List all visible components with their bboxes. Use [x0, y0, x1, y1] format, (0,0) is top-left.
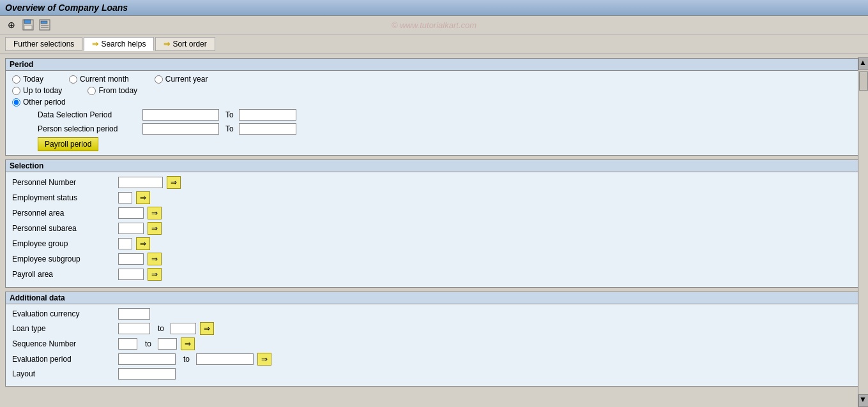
save-icon[interactable] — [22, 18, 34, 31]
radio-current-year[interactable]: Current year — [155, 75, 208, 84]
evaluation-period-label: Evaluation period — [12, 355, 114, 364]
data-selection-period-row: Data Selection Period To — [12, 109, 856, 121]
tab-search-helps-label: Search helps — [101, 40, 146, 48]
sequence-number-to-label: to — [145, 339, 151, 348]
evaluation-period-to-label: to — [183, 355, 190, 364]
employee-subgroup-input[interactable] — [118, 253, 144, 265]
employee-subgroup-arrow-btn[interactable]: ⇒ — [148, 253, 162, 265]
radio-from-today[interactable]: From today — [88, 86, 137, 95]
main-content: Period Today Current month Current year — [0, 54, 868, 404]
period-section: Period Today Current month Current year — [5, 58, 863, 156]
payroll-area-input[interactable] — [118, 269, 144, 280]
employment-status-label: Employment status — [12, 193, 114, 202]
back-icon[interactable]: ⊕ — [5, 18, 18, 31]
employee-subgroup-label: Employee subgroup — [12, 255, 114, 263]
personnel-area-input[interactable] — [118, 207, 144, 219]
radio-up-to-today-input[interactable] — [12, 87, 20, 95]
evaluation-currency-row: Evaluation currency — [12, 308, 856, 320]
evaluation-period-arrow-btn[interactable]: ⇒ — [257, 353, 271, 366]
period-radio-row3: Other period — [12, 98, 856, 107]
payroll-area-arrow-btn[interactable]: ⇒ — [148, 268, 162, 281]
sequence-number-arrow-btn[interactable]: ⇒ — [181, 337, 195, 350]
personnel-subarea-input[interactable] — [118, 223, 144, 234]
personnel-subarea-label: Personnel subarea — [12, 224, 114, 233]
personnel-number-label: Personnel Number — [12, 178, 114, 187]
loan-type-arrow-btn[interactable]: ⇒ — [200, 322, 214, 335]
evaluation-currency-label: Evaluation currency — [12, 309, 114, 318]
layout-input[interactable] — [118, 368, 176, 380]
tab-further-selections[interactable]: Further selections — [5, 37, 82, 51]
additional-data-content: Evaluation currency Loan type to ⇒ Seque… — [6, 304, 862, 386]
person-selection-period-row: Person selection period To — [12, 123, 856, 135]
person-selection-from-input[interactable] — [142, 123, 219, 135]
layout-row: Layout — [12, 368, 856, 380]
employment-status-row: Employment status ⇒ — [12, 191, 856, 204]
personnel-area-label: Personnel area — [12, 209, 114, 218]
person-selection-to-label: To — [225, 124, 234, 133]
svg-rect-4 — [41, 21, 47, 24]
data-selection-label: Data Selection Period — [38, 110, 140, 119]
employment-status-input[interactable] — [118, 192, 132, 204]
tab-sort-order-label: Sort order — [172, 40, 206, 48]
personnel-subarea-row: Personnel subarea ⇒ — [12, 222, 856, 235]
radio-from-today-label: From today — [98, 86, 137, 95]
employee-subgroup-row: Employee subgroup ⇒ — [12, 253, 856, 265]
additional-data-section: Additional data Evaluation currency Loan… — [5, 292, 863, 387]
tab-sort-order[interactable]: ⇒ Sort order — [155, 37, 215, 51]
loan-type-from-input[interactable] — [118, 323, 150, 334]
personnel-number-row: Personnel Number ⇒ — [12, 176, 856, 189]
selection-section-title: Selection — [6, 160, 862, 172]
radio-other-period-label: Other period — [23, 98, 66, 107]
radio-other-period-input[interactable] — [12, 98, 20, 107]
payroll-area-label: Payroll area — [12, 270, 114, 279]
scrollbar[interactable]: ▲ ▼ — [858, 57, 868, 404]
period-section-content: Today Current month Current year Up to t… — [6, 71, 862, 155]
person-selection-to-input[interactable] — [239, 123, 296, 135]
sequence-number-to-input[interactable] — [158, 338, 177, 350]
local-icon[interactable] — [38, 18, 51, 31]
employee-group-label: Employee group — [12, 239, 114, 248]
personnel-area-arrow-btn[interactable]: ⇒ — [148, 207, 162, 219]
evaluation-currency-input[interactable] — [118, 308, 150, 320]
radio-other-period[interactable]: Other period — [12, 98, 66, 107]
tab-search-helps-arrow: ⇒ — [92, 40, 98, 48]
svg-rect-1 — [24, 20, 31, 24]
data-selection-to-input[interactable] — [239, 109, 296, 121]
radio-today-input[interactable] — [12, 75, 20, 84]
evaluation-period-row: Evaluation period to ⇒ — [12, 353, 856, 366]
radio-up-to-today[interactable]: Up to today — [12, 86, 62, 95]
employee-group-arrow-btn[interactable]: ⇒ — [136, 237, 150, 250]
radio-today-label: Today — [23, 75, 43, 84]
personnel-number-arrow-btn[interactable]: ⇒ — [167, 176, 181, 189]
data-selection-from-input[interactable] — [142, 109, 219, 121]
tab-bar: Further selections ⇒ Search helps ⇒ Sort… — [0, 34, 868, 54]
period-radio-row1: Today Current month Current year — [12, 75, 856, 84]
employee-group-input[interactable] — [118, 238, 132, 249]
radio-current-year-input[interactable] — [155, 75, 163, 84]
payroll-area-row: Payroll area ⇒ — [12, 268, 856, 281]
radio-current-month[interactable]: Current month — [69, 75, 129, 84]
svg-rect-2 — [24, 26, 32, 29]
period-radio-row2: Up to today From today — [12, 86, 856, 95]
sequence-number-from-input[interactable] — [118, 338, 137, 350]
tab-further-selections-label: Further selections — [13, 40, 74, 48]
evaluation-period-from-input[interactable] — [118, 353, 176, 365]
selection-section: Selection Personnel Number ⇒ Employment … — [5, 159, 863, 288]
personnel-number-input[interactable] — [118, 177, 163, 188]
radio-from-today-input[interactable] — [88, 87, 96, 95]
tab-search-helps[interactable]: ⇒ Search helps — [84, 37, 154, 51]
employment-status-arrow-btn[interactable]: ⇒ — [136, 191, 150, 204]
loan-type-row: Loan type to ⇒ — [12, 322, 856, 335]
watermark: © www.tutorialkart.com — [392, 20, 476, 30]
period-section-title: Period — [6, 59, 862, 71]
radio-current-month-label: Current month — [80, 75, 129, 84]
radio-current-month-input[interactable] — [69, 75, 77, 84]
payroll-period-button[interactable]: Payroll period — [38, 137, 98, 151]
loan-type-to-input[interactable] — [171, 323, 196, 334]
radio-today[interactable]: Today — [12, 75, 43, 84]
layout-label: Layout — [12, 369, 114, 378]
sequence-number-label: Sequence Number — [12, 339, 114, 348]
evaluation-period-to-input[interactable] — [196, 353, 254, 365]
personnel-subarea-arrow-btn[interactable]: ⇒ — [148, 222, 162, 235]
radio-current-year-label: Current year — [165, 75, 208, 84]
